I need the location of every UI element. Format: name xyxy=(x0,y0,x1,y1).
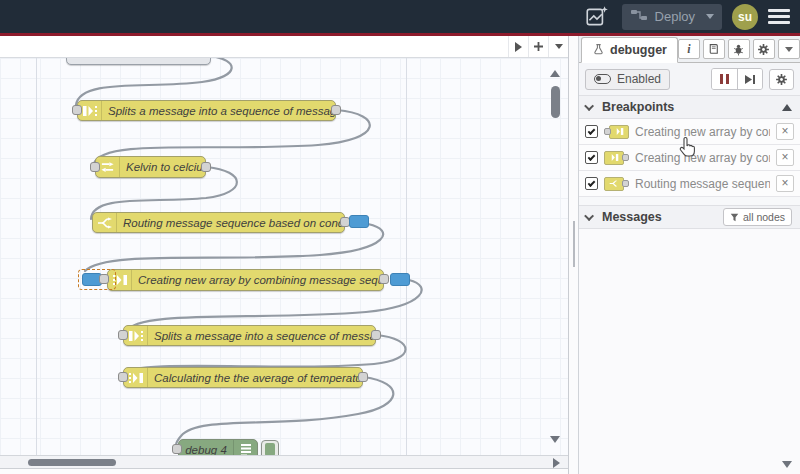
settings-tab-icon[interactable] xyxy=(753,39,775,59)
debugger-toolbar: Enabled xyxy=(579,63,800,95)
breakpoint-checkbox[interactable] xyxy=(585,177,598,190)
remove-breakpoint-button[interactable]: × xyxy=(776,149,794,166)
node-join-average[interactable]: Calculating the the average of temperatu… xyxy=(123,367,363,388)
breakpoint-checkbox[interactable] xyxy=(585,151,598,164)
flask-icon xyxy=(592,43,605,57)
user-avatar[interactable]: su xyxy=(732,4,758,30)
port-out[interactable] xyxy=(379,274,389,284)
sidebar-tabbar: debugger i xyxy=(579,36,800,63)
breakpoint-row[interactable]: Creating new array by combining message … xyxy=(579,145,800,171)
deploy-button[interactable]: Deploy xyxy=(622,4,722,30)
join-output-breakpoint-icon xyxy=(604,151,629,165)
breakpoints-section-header[interactable]: Breakpoints xyxy=(579,95,800,119)
port-out[interactable] xyxy=(201,162,211,172)
tab-scroll-right-icon[interactable] xyxy=(508,36,528,57)
remove-breakpoint-button[interactable]: × xyxy=(776,123,794,140)
messages-section-header[interactable]: Messages all nodes xyxy=(579,205,800,229)
breakpoint-label: Routing message sequence based on condit… xyxy=(635,177,770,191)
node-red-app: Deploy su xyxy=(0,0,800,474)
grid-boundary-left xyxy=(36,58,37,455)
filter-label: all nodes xyxy=(743,211,785,223)
node-label: debug 4 xyxy=(179,444,233,456)
tab-debugger[interactable]: debugger xyxy=(581,37,678,63)
chevron-down-icon xyxy=(584,101,594,111)
node-label: Kelvin to celcius xyxy=(120,161,205,173)
pause-button[interactable] xyxy=(712,69,737,89)
deploy-caret-icon[interactable] xyxy=(706,14,714,19)
breakpoint-checkbox[interactable] xyxy=(585,125,598,138)
node-debug-4[interactable]: debug 4 xyxy=(178,439,258,455)
messages-empty-area xyxy=(579,229,800,474)
switch-output-breakpoint-icon xyxy=(604,177,629,191)
pause-icon xyxy=(720,74,729,84)
canvas-scroll-up-icon[interactable] xyxy=(550,70,560,77)
node-label: Routing message sequence based on condit… xyxy=(117,217,344,229)
chevron-down-icon xyxy=(584,211,594,221)
port-in[interactable] xyxy=(172,444,182,454)
breakpoint-row[interactable]: Routing message sequence based on condit… xyxy=(579,171,800,197)
port-in[interactable] xyxy=(72,105,82,115)
toggle-on-icon xyxy=(594,74,611,84)
splitter-handle[interactable] xyxy=(573,221,575,267)
workspace: Splits a message into a sequence of mess… xyxy=(0,36,568,474)
workspace-tabbar xyxy=(0,36,568,58)
breakpoints-list: Creating new array by combining message … xyxy=(579,119,800,197)
main-area: Splits a message into a sequence of mess… xyxy=(0,36,800,474)
deploy-icon xyxy=(630,8,648,26)
canvas-scroll-down-icon[interactable] xyxy=(550,436,560,443)
switch-icon xyxy=(93,213,117,232)
gear-icon xyxy=(775,73,788,86)
node-change-kelvin[interactable]: Kelvin to celcius xyxy=(95,156,206,178)
sidebar-scroll-down-icon[interactable] xyxy=(782,461,792,468)
breakpoint-selection-outline xyxy=(78,269,116,290)
funnel-icon xyxy=(730,213,739,222)
scroll-up-icon[interactable] xyxy=(782,104,792,111)
header: Deploy su xyxy=(0,0,800,36)
grid-boundary-right xyxy=(406,58,407,455)
join-input-breakpoint-icon xyxy=(604,125,629,139)
ai-assistant-icon[interactable] xyxy=(582,4,612,30)
section-title: Messages xyxy=(602,210,662,224)
canvas-vscroll-thumb[interactable] xyxy=(551,86,560,118)
port-in[interactable] xyxy=(118,372,128,382)
sidebar-splitter[interactable] xyxy=(568,36,578,474)
workspace-footer xyxy=(0,468,568,474)
node-split-1[interactable]: Splits a message into a sequence of mess… xyxy=(77,100,336,121)
canvas-scroll-right-icon[interactable] xyxy=(553,458,560,468)
info-tab-icon[interactable]: i xyxy=(678,39,700,59)
canvas-hscroll-thumb[interactable] xyxy=(28,459,116,466)
breakpoint-row[interactable]: Creating new array by combining message … xyxy=(579,119,800,145)
remove-breakpoint-button[interactable]: × xyxy=(776,175,794,192)
port-out[interactable] xyxy=(331,105,341,115)
node-partial-top[interactable] xyxy=(66,58,211,65)
flow-canvas[interactable]: Splits a message into a sequence of mess… xyxy=(0,58,568,455)
deploy-label: Deploy xyxy=(655,9,695,24)
breakpoint-label: Creating new array by combining message … xyxy=(635,125,770,139)
tab-label: debugger xyxy=(610,43,667,57)
node-split-2[interactable]: Splits a message into a sequence of mess… xyxy=(123,325,376,346)
enabled-label: Enabled xyxy=(617,72,661,86)
breakpoint-label: Creating new array by combining message … xyxy=(635,151,770,165)
breakpoint-marker-output[interactable] xyxy=(349,215,369,228)
node-switch-routing[interactable]: Routing message sequence based on condit… xyxy=(92,212,345,233)
breakpoint-marker-output[interactable] xyxy=(390,273,410,286)
port-out[interactable] xyxy=(358,372,368,382)
menu-icon[interactable] xyxy=(768,9,790,24)
sidebar-menu-caret-icon[interactable] xyxy=(778,39,800,59)
enabled-toggle-button[interactable]: Enabled xyxy=(585,69,670,90)
sidebar: debugger i xyxy=(578,36,800,474)
port-out[interactable] xyxy=(371,330,381,340)
port-in[interactable] xyxy=(118,330,128,340)
port-in[interactable] xyxy=(90,162,100,172)
flow-list-caret-icon[interactable] xyxy=(548,36,568,57)
filter-all-nodes-button[interactable]: all nodes xyxy=(723,208,792,226)
canvas-hscrollbar[interactable] xyxy=(0,455,568,468)
help-tab-icon[interactable] xyxy=(703,39,725,59)
debug-enable-toggle[interactable] xyxy=(261,440,279,455)
debug-tab-icon[interactable] xyxy=(728,39,750,59)
debugger-settings-button[interactable] xyxy=(769,69,794,90)
add-flow-icon[interactable] xyxy=(528,36,548,57)
debug-sidebar-icon xyxy=(233,440,257,455)
step-button[interactable] xyxy=(737,69,762,89)
node-join-creating-array[interactable]: Creating new array by combining message … xyxy=(107,269,384,291)
